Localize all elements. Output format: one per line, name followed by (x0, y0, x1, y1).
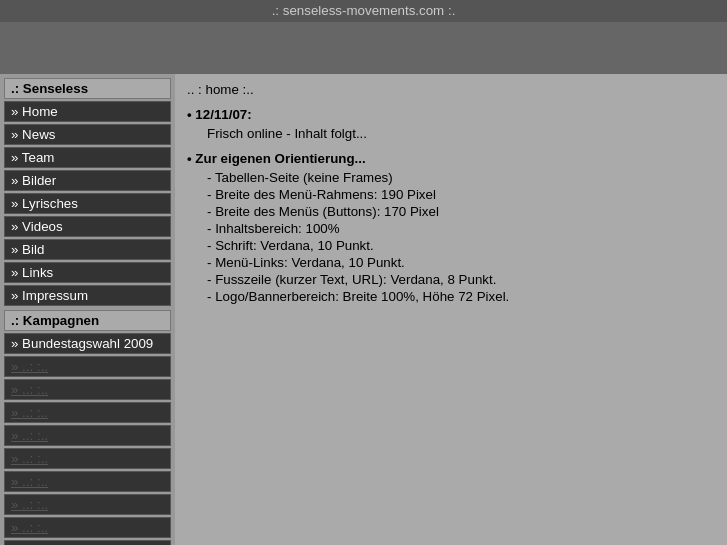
entry-date: • 12/11/07: (187, 107, 252, 122)
sidebar-item-placeholder9[interactable]: » ..: :.. (4, 540, 171, 545)
info-title: • Zur eigenen Orientierung... (187, 151, 366, 166)
info-list-item: - Breite des Menüs (Buttons): 170 Pixel (207, 204, 715, 219)
sidebar-item-placeholder1[interactable]: » ..: :.. (4, 356, 171, 377)
sidebar-item-placeholder5[interactable]: » ..: :.. (4, 448, 171, 469)
content-title: .. : home :.. (187, 82, 715, 97)
sidebar-item-team[interactable]: » Team (4, 147, 171, 168)
sidebar-item-bilder[interactable]: » Bilder (4, 170, 171, 191)
sidebar-item-placeholder3[interactable]: » ..: :.. (4, 402, 171, 423)
sidebar-item-links[interactable]: » Links (4, 262, 171, 283)
sidebar-item-placeholder2[interactable]: » ..: :.. (4, 379, 171, 400)
sidebar-section-senseless: .: Senseless » Home» News» Team» Bilder»… (4, 78, 171, 306)
info-section: • Zur eigenen Orientierung... - Tabellen… (187, 151, 715, 304)
sidebar-section-kampagnen-header: .: Kampagnen (4, 310, 171, 331)
sidebar: .: Senseless » Home» News» Team» Bilder»… (0, 74, 175, 545)
info-list-item: - Menü-Links: Verdana, 10 Punkt. (207, 255, 715, 270)
header-title: .: senseless-movements.com :. (272, 3, 456, 18)
nav-items: » Home» News» Team» Bilder» Lyrisches» V… (4, 101, 171, 306)
sidebar-item-placeholder4[interactable]: » ..: :.. (4, 425, 171, 446)
sidebar-item-placeholder8[interactable]: » ..: :.. (4, 517, 171, 538)
entry-text: Frisch online - Inhalt folgt... (207, 126, 715, 141)
sidebar-item-videos[interactable]: » Videos (4, 216, 171, 237)
sidebar-section-senseless-header: .: Senseless (4, 78, 171, 99)
info-list-item: - Inhaltsbereich: 100% (207, 221, 715, 236)
info-list-item: - Tabellen-Seite (keine Frames) (207, 170, 715, 185)
info-list: - Tabellen-Seite (keine Frames)- Breite … (207, 170, 715, 304)
info-list-item: - Fusszeile (kurzer Text, URL): Verdana,… (207, 272, 715, 287)
sidebar-section-kampagnen: .: Kampagnen » Bundestagswahl 2009» ..: … (4, 310, 171, 545)
sidebar-item-placeholder7[interactable]: » ..: :.. (4, 494, 171, 515)
banner-area (0, 22, 727, 74)
info-list-item: - Logo/Bannerbereich: Breite 100%, Höhe … (207, 289, 715, 304)
info-list-item: - Schrift: Verdana, 10 Punkt. (207, 238, 715, 253)
sidebar-item-news[interactable]: » News (4, 124, 171, 145)
sidebar-item-home[interactable]: » Home (4, 101, 171, 122)
sidebar-item-bild[interactable]: » Bild (4, 239, 171, 260)
content-area: .. : home :.. • 12/11/07: Frisch online … (175, 74, 727, 545)
sidebar-item-bundestagswahl[interactable]: » Bundestagswahl 2009 (4, 333, 171, 354)
info-list-item: - Breite des Menü-Rahmens: 190 Pixel (207, 187, 715, 202)
campaign-items: » Bundestagswahl 2009» ..: :..» ..: :..»… (4, 333, 171, 545)
header-bar: .: senseless-movements.com :. (0, 0, 727, 22)
sidebar-item-placeholder6[interactable]: » ..: :.. (4, 471, 171, 492)
sidebar-item-impressum[interactable]: » Impressum (4, 285, 171, 306)
sidebar-item-lyrisches[interactable]: » Lyrisches (4, 193, 171, 214)
content-entry: • 12/11/07: Frisch online - Inhalt folgt… (187, 107, 715, 141)
